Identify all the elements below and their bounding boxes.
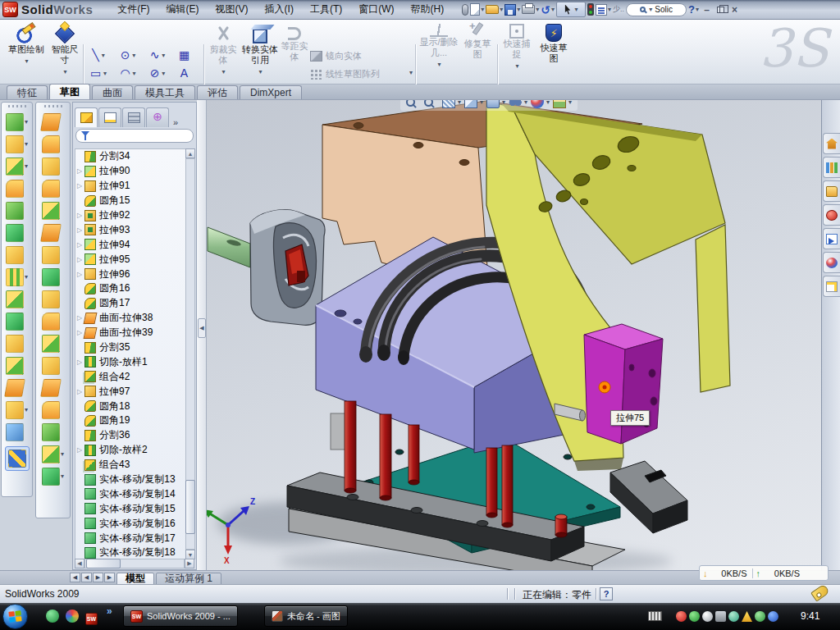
tray-icon[interactable]	[676, 611, 687, 622]
tray-icon[interactable]	[728, 611, 739, 622]
tree-item[interactable]: ▷ 圆角18	[75, 399, 186, 413]
sketch-tool-button[interactable]: ▾	[42, 244, 64, 266]
tree-item[interactable]: ▷ 组合42	[75, 369, 186, 384]
sketch-tool-button[interactable]: ▾	[42, 111, 64, 133]
sketch-entity-button[interactable]: ⊘▾	[143, 64, 172, 82]
quicklaunch-solidworks-icon[interactable]: SW	[85, 609, 98, 623]
task-pane-tab[interactable]	[823, 276, 840, 297]
tree-item[interactable]: ▷ 拉伸95	[75, 252, 186, 267]
hud-icon[interactable]	[553, 100, 566, 108]
expand-arrow-icon[interactable]: ▷	[77, 226, 84, 234]
taskbar-clock[interactable]: 9:41	[801, 610, 819, 622]
undo-button[interactable]: ↺▾	[541, 2, 555, 16]
taskbar-window-button[interactable]: 未命名 - 画图	[264, 605, 348, 627]
scroll-right-button[interactable]: ▶	[185, 559, 194, 568]
part-ejector-rod[interactable]	[208, 227, 250, 267]
feature-tool-button[interactable]: ▾	[6, 177, 28, 199]
tree-item[interactable]: ▷ 拉伸94	[75, 237, 186, 252]
tray-icon[interactable]	[689, 611, 700, 622]
print-button[interactable]: ▾	[522, 2, 539, 16]
tree-filter-bar[interactable]	[75, 129, 194, 143]
tray-icon[interactable]	[755, 611, 765, 622]
task-pane-tab[interactable]	[823, 180, 840, 202]
feature-tool-button[interactable]: ▾	[6, 221, 28, 244]
tab-dimxpert-manager[interactable]: ⊕	[146, 107, 169, 127]
feature-tool-button[interactable]: ▾	[6, 155, 28, 177]
search-box[interactable]: ▾ Solic	[626, 3, 687, 16]
task-pane-tab[interactable]	[823, 228, 840, 249]
part-gray-post[interactable]	[331, 413, 345, 450]
hud-icon[interactable]	[424, 100, 433, 107]
menu-item[interactable]: 窗口(W)	[352, 1, 400, 18]
tree-item[interactable]: ▷ 圆角16	[75, 281, 186, 296]
3d-model[interactable]: Y Z X	[207, 100, 821, 570]
sketch-tool-button[interactable]: ▾	[42, 399, 64, 421]
sketch-entity-button[interactable]: ∿▾	[143, 46, 172, 64]
ribbon-tab[interactable]: 模具工具	[135, 85, 195, 99]
sketch-entity-button[interactable]: A▾	[172, 64, 202, 82]
tree-item[interactable]: ▷ 实体-移动/复制15	[75, 501, 186, 516]
sketch-entity-button[interactable]: ⊙▾	[113, 46, 143, 64]
tree-item[interactable]: ▷ 曲面-拉伸38	[75, 311, 186, 326]
sketch-tool-button[interactable]: ▾	[42, 421, 64, 443]
tab-property-manager[interactable]	[98, 107, 121, 127]
sketch-tool-button[interactable]: ▾	[42, 332, 64, 354]
sketch-tool-button[interactable]: ▾	[42, 310, 64, 332]
feature-tool-button[interactable]: ▾	[6, 399, 28, 421]
toolbar-grip[interactable]	[44, 105, 62, 107]
expand-arrow-icon[interactable]: ▷	[77, 182, 84, 189]
ribbon-tab[interactable]: 评估	[197, 85, 238, 99]
toolbar-overflow-label[interactable]: 少..	[613, 2, 624, 16]
tree-item[interactable]: ▷ 圆角19	[75, 413, 186, 428]
feature-tool-button[interactable]: ▾	[6, 421, 28, 443]
panel-collapse-button[interactable]: ◀	[198, 318, 206, 338]
scroll-left-button[interactable]: ◀	[75, 559, 84, 568]
part-right-rail[interactable]	[610, 461, 687, 533]
tray-icon[interactable]	[768, 611, 778, 622]
tree-item[interactable]: ▷ 切除-放样1	[75, 354, 186, 369]
sketch-entity-button[interactable]: ╲▾	[84, 46, 113, 64]
feature-tool-button[interactable]: ▾	[6, 111, 28, 133]
hud-icon[interactable]	[531, 100, 544, 108]
expand-arrow-icon[interactable]: ▷	[77, 446, 84, 454]
sketch-entity-button[interactable]: ◠▾	[113, 64, 143, 82]
doc-close-button[interactable]: ×	[799, 100, 813, 103]
tree-item[interactable]: ▷ 拉伸90	[75, 164, 186, 179]
tray-icon[interactable]	[715, 611, 726, 622]
task-pane-tab[interactable]	[823, 157, 840, 178]
tab-feature-manager[interactable]	[75, 107, 98, 127]
save-button[interactable]: ▾	[504, 2, 520, 16]
convert-entities-button[interactable]: 转换实体引用▾	[241, 24, 279, 77]
hud-icon[interactable]	[442, 100, 455, 108]
menu-item[interactable]: 帮助(H)	[404, 1, 451, 18]
sketch-tool-button[interactable]: ▾	[42, 199, 64, 221]
feature-tool-button[interactable]: ▾	[6, 199, 28, 221]
feature-tool-button[interactable]: ▾	[6, 133, 28, 155]
expand-arrow-icon[interactable]: ▷	[77, 388, 84, 395]
feature-tool-button[interactable]: ▾	[6, 377, 28, 399]
taskbar-window-button[interactable]: SWSolidWorks 2009 - ...	[123, 605, 238, 627]
ribbon-tab[interactable]: 特征	[7, 85, 48, 99]
sketch-tool-button[interactable]: ▾	[42, 443, 64, 465]
sketch-tool-button[interactable]: ▾	[42, 465, 64, 487]
tree-item[interactable]: ▷ 曲面-拉伸39	[75, 326, 186, 340]
sketch-entity-button[interactable]: ▭▾	[84, 64, 113, 82]
quicklaunch-overflow-chevron[interactable]: »	[107, 605, 112, 617]
tree-item[interactable]: ▷ 拉伸91	[75, 179, 186, 194]
tree-item[interactable]: ▷ 组合43	[75, 458, 186, 472]
part-guide-pin-end[interactable]	[580, 410, 586, 421]
sketch-tool-button[interactable]: ▾	[42, 377, 64, 399]
feature-tool-button[interactable]: ▾	[6, 288, 28, 310]
task-pane-tab[interactable]	[823, 252, 840, 273]
hud-icon[interactable]	[406, 100, 415, 107]
tree-item[interactable]: ▷ 拉伸92	[75, 208, 186, 223]
tree-item[interactable]: ▷ 圆角15	[75, 194, 186, 208]
tree-hscrollbar-thumb[interactable]	[86, 559, 121, 568]
tree-scrollbar-thumb[interactable]	[185, 480, 195, 534]
open-button[interactable]: ▾	[486, 2, 503, 16]
new-document-button[interactable]: ▾	[470, 2, 484, 16]
select-tool-button[interactable]: ▾	[556, 2, 586, 16]
panel-overflow-chevron[interactable]: »	[173, 117, 178, 127]
sketch-tool-button[interactable]: ▾	[42, 221, 64, 244]
quicklaunch-messenger-icon[interactable]	[46, 609, 59, 623]
